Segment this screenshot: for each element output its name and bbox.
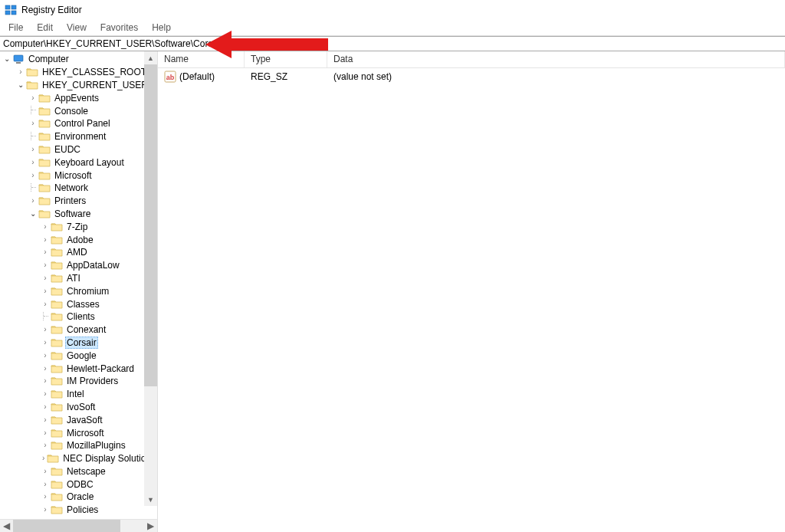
tree-item-computer[interactable]: ⌄Computer [0,53,157,66]
tree-scroll[interactable]: ⌄Computer›HKEY_CLASSES_ROOT⌄HKEY_CURRENT… [0,51,157,519]
chevron-right-icon[interactable]: › [40,403,51,411]
chevron-right-icon[interactable]: › [40,493,51,501]
tree-item[interactable]: Console [0,104,157,117]
menu-edit[interactable]: Edit [30,21,60,34]
chevron-right-icon[interactable]: › [28,172,38,179]
tree-item[interactable]: Network [0,182,157,195]
chevron-right-icon[interactable]: › [40,468,51,475]
chevron-right-icon[interactable]: › [40,416,51,424]
column-header-data[interactable]: Data [327,51,785,67]
chevron-right-icon[interactable]: › [15,68,26,76]
tree-item[interactable]: ›Netscape [0,465,157,478]
chevron-right-icon[interactable]: › [40,506,51,514]
chevron-right-icon[interactable]: › [40,326,51,333]
tree-item[interactable]: ›Printers [0,195,157,208]
tree-item-label: Clients [65,311,97,322]
chevron-down-icon[interactable]: ⌄ [28,210,38,218]
tree-item[interactable]: ›Oracle [0,491,157,504]
menu-favorites[interactable]: Favorites [94,21,145,34]
tree-item[interactable]: ⌄Software [0,208,157,221]
tree-item-label: Chromium [65,286,110,297]
chevron-right-icon[interactable]: › [40,248,51,256]
chevron-right-icon[interactable]: › [40,455,47,462]
tree-item[interactable]: ›Microsoft [0,169,157,182]
chevron-right-icon[interactable]: › [28,159,38,166]
tree-item[interactable]: ›Google [0,349,157,362]
chevron-right-icon[interactable]: › [40,442,51,449]
tree-item[interactable]: ›IM Providers [0,375,157,388]
chevron-right-icon[interactable]: › [40,339,51,346]
tree-item[interactable]: ›Keyboard Layout [0,156,157,169]
chevron-right-icon[interactable]: › [28,197,38,205]
folder-icon [51,273,63,284]
tree-item[interactable]: ›Adobe [0,233,157,246]
chevron-right-icon[interactable]: › [40,300,51,308]
tree-item[interactable]: Clients [0,310,157,323]
chevron-down-icon[interactable]: ⌄ [2,55,12,63]
tree-item[interactable]: ›AppDataLow [0,259,157,272]
scroll-right-icon[interactable]: ▶ [144,520,157,533]
vertical-scrollbar[interactable]: ▲ ▼ [144,51,157,506]
chevron-right-icon[interactable]: › [40,377,51,385]
tree-item-label: Computer [27,54,71,64]
folder-icon [51,311,63,322]
tree-item[interactable]: ›7-Zip [0,220,157,233]
tree-item[interactable]: ›Conexant [0,323,157,337]
tree-item[interactable]: ›Microsoft [0,426,157,439]
tree-item[interactable]: ›Classes [0,297,157,310]
tree-item-label: Policies [65,504,100,515]
chevron-right-icon[interactable]: › [40,481,51,488]
chevron-right-icon[interactable]: › [28,94,38,102]
folder-icon [51,466,63,477]
value-type: REG_SZ [245,71,327,82]
chevron-right-icon[interactable]: › [28,120,38,127]
tree-item[interactable]: ›EUDC [0,143,157,156]
scroll-thumb-h[interactable] [13,520,120,533]
chevron-right-icon[interactable]: › [40,365,51,373]
chevron-down-icon[interactable]: ⌄ [15,81,26,89]
tree-item-label: MozillaPlugins [65,440,127,451]
tree-item[interactable]: ›AMD [0,246,157,259]
tree-item[interactable]: ›Policies [0,504,157,517]
tree-item[interactable]: ›JavaSoft [0,413,157,426]
tree-item-label: EUDC [53,144,82,155]
folder-icon [38,144,51,155]
tree-item[interactable]: ⌄HKEY_CURRENT_USER [0,79,157,92]
list-row[interactable]: ab(Default)REG_SZ(value not set) [158,70,785,84]
tree-item[interactable]: ›NEC Display Solutions [0,452,157,465]
menu-help[interactable]: Help [145,21,178,34]
chevron-right-icon[interactable]: › [40,274,51,282]
scroll-left-icon[interactable]: ◀ [0,520,13,533]
tree-item[interactable]: Environment [0,130,157,143]
chevron-right-icon[interactable]: › [40,287,51,295]
scroll-thumb[interactable] [144,64,157,386]
chevron-right-icon[interactable]: › [40,261,51,269]
horizontal-scrollbar[interactable]: ◀ ▶ [0,519,157,532]
chevron-right-icon[interactable]: › [40,390,51,398]
tree-item[interactable]: ›HKEY_CLASSES_ROOT [0,66,157,79]
tree-item[interactable]: ›AppEvents [0,91,157,104]
tree-item[interactable]: ›Corsair [0,337,157,350]
column-header-name[interactable]: Name [158,51,245,67]
chevron-right-icon[interactable]: › [40,223,51,231]
folder-icon [51,337,63,348]
tree-item[interactable]: ›IvoSoft [0,401,157,414]
tree-item[interactable]: ›MozillaPlugins [0,439,157,452]
tree-item[interactable]: ›Control Panel [0,117,157,130]
tree-item[interactable]: ›Chromium [0,284,157,297]
scroll-down-icon[interactable]: ▼ [144,493,157,506]
menu-file[interactable]: File [2,21,30,34]
address-input[interactable] [3,37,782,51]
menu-view[interactable]: View [60,21,94,34]
string-value-icon: ab [164,71,176,83]
tree-item[interactable]: ›ODBC [0,478,157,491]
tree-item[interactable]: ›ATI [0,272,157,285]
chevron-right-icon[interactable]: › [40,352,51,360]
tree-item[interactable]: ›Hewlett-Packard [0,362,157,375]
scroll-up-icon[interactable]: ▲ [144,51,157,64]
chevron-right-icon[interactable]: › [28,146,38,153]
chevron-right-icon[interactable]: › [40,236,51,244]
tree-item[interactable]: ›Intel [0,388,157,401]
chevron-right-icon[interactable]: › [40,429,51,437]
column-header-type[interactable]: Type [245,51,327,67]
